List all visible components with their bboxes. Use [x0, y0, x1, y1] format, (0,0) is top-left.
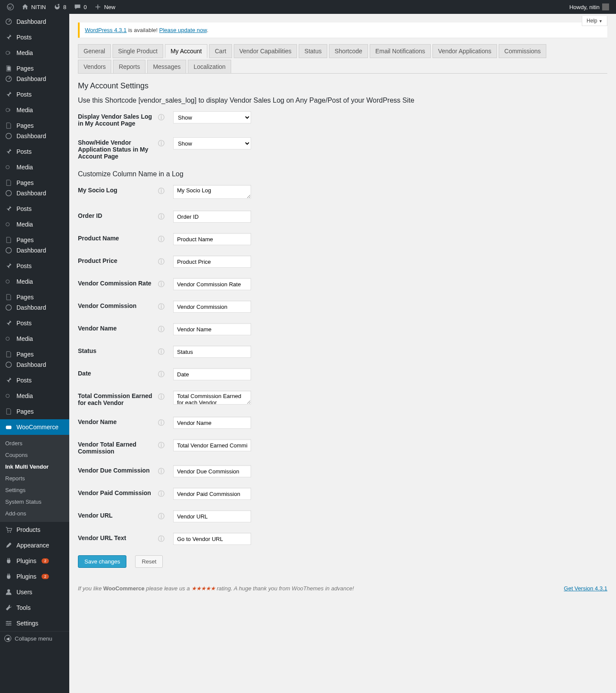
help-icon[interactable]: ⓘ	[158, 490, 164, 498]
help-icon[interactable]: ⓘ	[158, 113, 164, 122]
help-icon[interactable]: ⓘ	[158, 235, 164, 243]
help-icon[interactable]: ⓘ	[158, 370, 164, 379]
input-vendor-name2[interactable]	[173, 417, 251, 429]
menu-media[interactable]: Media	[0, 388, 69, 404]
input-vendor-comm[interactable]	[173, 301, 251, 313]
sub-addons[interactable]: Add-ons	[0, 508, 69, 519]
menu-posts[interactable]: Posts	[0, 29, 69, 45]
input-status[interactable]	[173, 346, 251, 358]
select-display-log[interactable]: Show	[173, 111, 251, 123]
menu-posts[interactable]: Posts	[0, 315, 69, 331]
select-app-status[interactable]: Show	[173, 137, 251, 149]
sub-coupons[interactable]: Coupons	[0, 449, 69, 461]
menu-settings[interactable]: Settings	[0, 615, 69, 631]
help-icon[interactable]: ⓘ	[158, 393, 164, 401]
comments[interactable]: 0	[71, 0, 90, 14]
tab-localization[interactable]: Localization	[188, 60, 231, 74]
input-order-id[interactable]	[173, 210, 251, 223]
help-icon[interactable]: ⓘ	[158, 303, 164, 311]
tab-single-product[interactable]: Single Product	[113, 44, 163, 58]
wp-logo[interactable]	[3, 0, 17, 14]
input-url-text[interactable]	[173, 533, 251, 545]
menu-dashboard[interactable]: Dashboard	[0, 128, 69, 144]
help-icon[interactable]: ⓘ	[158, 139, 164, 148]
menu-dashboard[interactable]: Dashboard	[0, 14, 69, 29]
input-socio-log[interactable]: My Socio Log	[173, 185, 251, 199]
input-date[interactable]	[173, 368, 251, 380]
tab-cart[interactable]: Cart	[209, 44, 232, 58]
help-icon[interactable]: ⓘ	[158, 280, 164, 288]
help-icon[interactable]: ⓘ	[158, 213, 164, 221]
input-total-earned[interactable]	[173, 439, 251, 451]
menu-products[interactable]: Products	[0, 522, 69, 538]
help-icon[interactable]: ⓘ	[158, 187, 164, 195]
input-total-comm[interactable]: Total Commission Earned for each Vendor	[173, 391, 251, 405]
wp-version-link[interactable]: WordPress 4.3.1	[85, 27, 127, 33]
input-vendor-url[interactable]	[173, 510, 251, 522]
input-product-name[interactable]	[173, 233, 251, 245]
menu-media[interactable]: Media	[0, 274, 69, 289]
collapse-menu[interactable]: ◀Collapse menu	[0, 631, 69, 645]
help-tab[interactable]: Help ▼	[582, 16, 607, 26]
help-icon[interactable]: ⓘ	[158, 441, 164, 450]
menu-dashboard[interactable]: Dashboard	[0, 357, 69, 372]
input-product-price[interactable]	[173, 256, 251, 268]
menu-media[interactable]: Media	[0, 45, 69, 61]
help-icon[interactable]: ⓘ	[158, 512, 164, 521]
help-icon[interactable]: ⓘ	[158, 419, 164, 427]
sub-ink-multi-vendor[interactable]: Ink Multi Vendor	[0, 461, 69, 473]
site-name[interactable]: NITIN	[18, 0, 49, 14]
menu-pages[interactable]: Pages	[0, 404, 69, 419]
tab-shortcode[interactable]: Shortcode	[329, 44, 368, 58]
sub-reports[interactable]: Reports	[0, 473, 69, 484]
tab-reports[interactable]: Reports	[113, 60, 145, 74]
new-content[interactable]: New	[91, 0, 119, 14]
tab-messages[interactable]: Messages	[147, 60, 186, 74]
menu-dashboard[interactable]: Dashboard	[0, 300, 69, 315]
menu-dashboard[interactable]: Dashboard	[0, 243, 69, 258]
menu-media[interactable]: Media	[0, 159, 69, 175]
menu-media[interactable]: Media	[0, 331, 69, 346]
menu-posts[interactable]: Posts	[0, 372, 69, 388]
help-icon[interactable]: ⓘ	[158, 535, 164, 543]
input-comm-rate[interactable]	[173, 278, 251, 290]
tab-my-account[interactable]: My Account	[165, 44, 207, 58]
tab-vendor-capabilities[interactable]: Vendor Capabilities	[234, 44, 297, 58]
help-icon[interactable]: ⓘ	[158, 467, 164, 476]
menu-tools[interactable]: Tools	[0, 600, 69, 615]
tab-status[interactable]: Status	[299, 44, 327, 58]
menu-plugins[interactable]: Plugins2	[0, 569, 69, 584]
menu-dashboard[interactable]: Dashboard	[0, 185, 69, 201]
menu-posts[interactable]: Posts	[0, 201, 69, 217]
help-icon[interactable]: ⓘ	[158, 258, 164, 266]
tab-commissions[interactable]: Commissions	[499, 44, 546, 58]
sub-system-status[interactable]: System Status	[0, 496, 69, 508]
tab-vendors[interactable]: Vendors	[78, 60, 111, 74]
menu-media[interactable]: Media	[0, 102, 69, 118]
tab-general[interactable]: General	[78, 44, 111, 58]
updates[interactable]: 8	[50, 0, 70, 14]
menu-posts[interactable]: Posts	[0, 144, 69, 159]
menu-posts[interactable]: Posts	[0, 87, 69, 102]
menu-users[interactable]: Users	[0, 584, 69, 600]
sub-orders[interactable]: Orders	[0, 437, 69, 449]
tab-vendor-applications[interactable]: Vendor Applications	[432, 44, 497, 58]
input-vendor-name[interactable]	[173, 323, 251, 335]
menu-woocommerce[interactable]: WooCommerce	[0, 419, 69, 435]
menu-plugins[interactable]: Plugins2	[0, 553, 69, 569]
sub-settings[interactable]: Settings	[0, 484, 69, 496]
help-icon[interactable]: ⓘ	[158, 348, 164, 356]
reset-button[interactable]: Reset	[135, 555, 163, 568]
input-paid-comm[interactable]	[173, 488, 251, 500]
update-now-link[interactable]: Please update now	[159, 27, 207, 33]
my-account[interactable]: Howdy, nitin	[566, 0, 613, 14]
tab-email-notifications[interactable]: Email Notifications	[370, 44, 431, 58]
menu-dashboard[interactable]: Dashboard	[0, 71, 69, 87]
input-due-comm[interactable]	[173, 465, 251, 477]
menu-appearance[interactable]: Appearance	[0, 538, 69, 553]
help-icon[interactable]: ⓘ	[158, 325, 164, 334]
save-button[interactable]: Save changes	[78, 555, 126, 568]
menu-media[interactable]: Media	[0, 217, 69, 232]
menu-posts[interactable]: Posts	[0, 258, 69, 274]
get-version-link[interactable]: Get Version 4.3.1	[564, 585, 607, 592]
